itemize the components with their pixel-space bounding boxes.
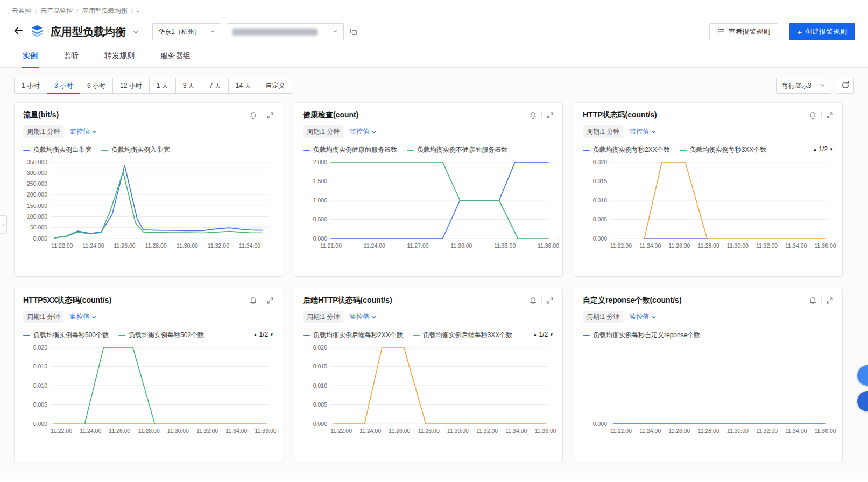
legend-item[interactable]: 负载均衡实例每秒3XX个数 (680, 145, 767, 155)
metric-value-label: 监控值 (70, 312, 89, 322)
pager-down-icon[interactable]: ▼ (829, 147, 834, 152)
tab-item[interactable]: 服务器组 (159, 47, 192, 67)
time-range-button[interactable]: 3 小时 (47, 78, 80, 94)
chevron-down-icon (371, 129, 377, 135)
alarm-bell-icon[interactable] (249, 297, 257, 305)
svg-text:11:32:00: 11:32:00 (476, 428, 498, 434)
time-range-button[interactable]: 12 小时 (112, 78, 150, 94)
copy-icon[interactable] (349, 27, 358, 36)
create-alarm-rule-label: 创建报警规则 (805, 27, 847, 37)
time-range-button[interactable]: 1 小时 (14, 78, 47, 94)
metric-value-label: 监控值 (630, 127, 649, 136)
svg-text:11:36:00: 11:36:00 (815, 428, 836, 434)
chart-card: HTTP5XX状态码(count/s) 周期:1 分钟 监控值 负载均衡实例每秒… (14, 288, 283, 462)
alarm-bell-icon[interactable] (529, 111, 537, 120)
chart-card: 后端HTTP状态码(count/s) 周期:1 分钟 监控值 负载均衡实例后端每… (294, 288, 563, 462)
metric-value-dropdown[interactable]: 监控值 (70, 312, 97, 322)
fullscreen-icon[interactable] (826, 111, 834, 119)
tab-item[interactable]: 监听 (62, 47, 80, 67)
chevron-down-icon (651, 315, 657, 320)
svg-text:0.000: 0.000 (313, 235, 327, 242)
svg-text:11:28:00: 11:28:00 (145, 242, 167, 249)
pager-up-icon[interactable]: ▲ (253, 332, 257, 337)
alarm-bell-icon[interactable] (809, 111, 817, 120)
pager-up-icon[interactable]: ▲ (813, 147, 817, 152)
fullscreen-icon[interactable] (266, 297, 274, 304)
legend-item[interactable]: 负载均衡实例不健康的服务器数 (407, 145, 507, 155)
time-range-button[interactable]: 自定义 (258, 78, 292, 94)
svg-text:11:24:00: 11:24:00 (364, 242, 385, 249)
tab-item[interactable]: 实例 (22, 47, 39, 67)
alarm-bell-icon[interactable] (529, 297, 537, 305)
metric-value-dropdown[interactable]: 监控值 (70, 127, 97, 136)
legend-item[interactable]: 负载均衡实例入带宽 (101, 145, 170, 155)
legend-item[interactable]: 负载均衡实例后端每秒3XX个数 (413, 331, 513, 340)
svg-text:100.000: 100.000 (27, 213, 47, 220)
breadcrumb-item[interactable]: 云产品监控 (40, 6, 73, 16)
time-range-button[interactable]: 14 天 (228, 78, 259, 94)
svg-text:1.000: 1.000 (313, 197, 327, 204)
legend-item[interactable]: 负载均衡实例每秒500个数 (23, 331, 109, 340)
svg-text:11:26:00: 11:26:00 (389, 428, 410, 434)
svg-text:11:36:00: 11:36:00 (255, 428, 277, 434)
fullscreen-icon[interactable] (826, 297, 834, 304)
alarm-bell-icon[interactable] (809, 297, 817, 305)
legend-item[interactable]: 负载均衡实例每秒自定义reponse个数 (583, 331, 700, 340)
alarm-bell-icon[interactable] (249, 111, 257, 120)
divider (262, 297, 262, 304)
legend-item[interactable]: 负载均衡实例出带宽 (23, 145, 91, 155)
metric-value-dropdown[interactable]: 监控值 (630, 312, 657, 322)
metric-value-dropdown[interactable]: 监控值 (350, 312, 377, 322)
svg-text:11:32:00: 11:32:00 (756, 428, 778, 434)
time-range-button[interactable]: 6 小时 (80, 78, 113, 94)
svg-text:11:22:00: 11:22:00 (610, 428, 632, 434)
svg-text:50.000: 50.000 (30, 224, 47, 230)
pager-up-icon[interactable]: ▲ (533, 332, 537, 337)
legend-pager: ▲ 1/2 ▼ (813, 145, 834, 153)
fullscreen-icon[interactable] (546, 111, 554, 119)
svg-text:11:22:00: 11:22:00 (610, 242, 632, 249)
pager-down-icon[interactable]: ▼ (549, 332, 554, 337)
chevron-down-icon (210, 28, 215, 36)
legend-item[interactable]: 负载均衡实例健康的服务器数 (303, 145, 397, 155)
legend-list: 负载均衡实例出带宽负载均衡实例入带宽 (23, 145, 170, 155)
metric-value-label: 监控值 (630, 312, 649, 322)
panel-collapse-handle[interactable]: ‹ (0, 215, 7, 234)
region-select[interactable]: 华东1（杭州） (152, 23, 221, 40)
fullscreen-icon[interactable] (266, 111, 274, 119)
slb-product-icon (30, 24, 44, 40)
svg-text:1.500: 1.500 (313, 178, 327, 184)
divider (541, 112, 542, 118)
svg-text:11:30:00: 11:30:00 (167, 428, 189, 434)
breadcrumb-separator: / (76, 8, 78, 15)
tab-bar: 实例监听转发规则服务器组 (0, 47, 868, 68)
view-alarm-rules-button[interactable]: 查看报警规则 (709, 23, 778, 40)
legend-item[interactable]: 负载均衡实例每秒502个数 (118, 331, 204, 340)
svg-text:11:34:00: 11:34:00 (505, 428, 527, 434)
breadcrumb-item: - (137, 8, 139, 15)
instance-select[interactable] (227, 23, 344, 40)
tab-item[interactable]: 转发规则 (103, 47, 136, 67)
breadcrumb-item[interactable]: 云监控 (12, 6, 31, 16)
pager-down-icon[interactable]: ▼ (270, 332, 274, 337)
metric-value-dropdown[interactable]: 监控值 (630, 127, 657, 136)
legend-list: 负载均衡实例后端每秒2XX个数负载均衡实例后端每秒3XX个数 (303, 331, 512, 340)
svg-text:11:30:00: 11:30:00 (450, 242, 472, 249)
metric-value-dropdown[interactable]: 监控值 (350, 127, 377, 136)
create-alarm-rule-button[interactable]: + 创建报警规则 (789, 23, 855, 40)
per-row-select[interactable]: 每行展示3 (776, 78, 831, 94)
back-button[interactable] (13, 25, 24, 38)
fullscreen-icon[interactable] (546, 297, 554, 304)
svg-text:11:33:00: 11:33:00 (494, 242, 516, 249)
time-range-button[interactable]: 3 天 (175, 78, 202, 94)
chart-card-title: HTTP5XX状态码(count/s) (23, 296, 111, 305)
legend-item[interactable]: 负载均衡实例每秒2XX个数 (583, 145, 670, 155)
title-chevron-down-icon[interactable] (132, 29, 139, 36)
svg-text:11:30:00: 11:30:00 (727, 428, 749, 434)
refresh-button[interactable] (837, 78, 854, 94)
time-range-button[interactable]: 7 天 (202, 78, 229, 94)
breadcrumb-item[interactable]: 应用型负载均衡 (82, 6, 128, 16)
divider (821, 112, 822, 118)
legend-item[interactable]: 负载均衡实例后端每秒2XX个数 (303, 331, 403, 340)
time-range-button[interactable]: 1 天 (149, 78, 176, 94)
